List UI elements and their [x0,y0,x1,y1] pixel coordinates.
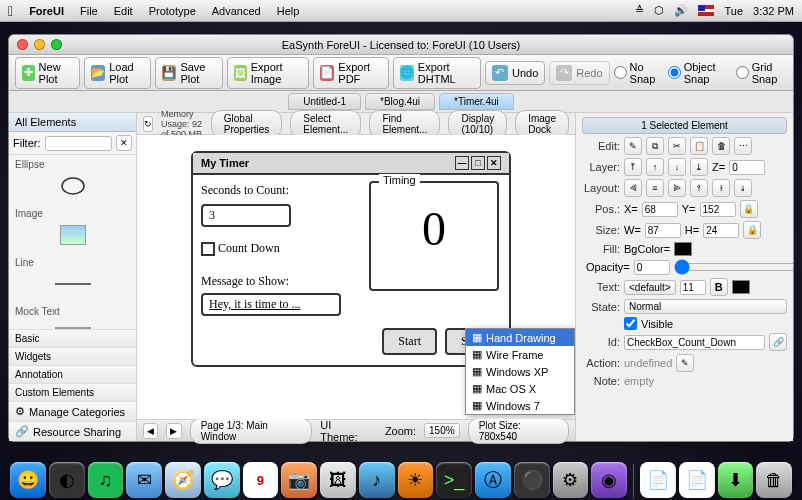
bold-icon[interactable]: B [710,278,728,296]
minimize-icon[interactable] [34,39,45,50]
zoom-select[interactable]: 150% [424,423,460,438]
note-value[interactable]: empty [624,375,654,387]
element-image[interactable]: Image [9,204,136,253]
message-field[interactable]: Hey, it is time to ... [201,293,341,316]
font-select[interactable]: <default> [624,280,676,295]
align-left-icon[interactable]: ⫷ [624,179,642,197]
align-middle-icon[interactable]: ⫲ [712,179,730,197]
countdown-checkbox[interactable] [201,242,215,256]
fontsize-input[interactable] [680,280,706,295]
menu-prototype[interactable]: Prototype [149,5,196,17]
bluetooth-icon[interactable]: ⬡ [654,4,664,17]
tab-timer[interactable]: *Timer.4ui [439,93,514,110]
close-icon[interactable] [17,39,28,50]
layer-back-icon[interactable]: ⤓ [690,158,708,176]
dock-itunes-icon[interactable]: ♪ [359,462,395,498]
theme-hand-drawing[interactable]: ▦Hand Drawing [466,329,574,346]
dock-terminal-icon[interactable]: >_ [436,462,472,498]
element-ellipse[interactable]: Ellipse [9,155,136,204]
resource-sharing-button[interactable]: 🔗Resource Sharing [9,421,136,441]
theme-macosx[interactable]: ▦Mac OS X [466,380,574,397]
load-plot-button[interactable]: 📂Load Plot [84,57,151,89]
dock-trash-icon[interactable]: 🗑 [756,462,792,498]
bgcolor-swatch[interactable] [674,242,692,256]
export-dhtml-button[interactable]: 🌐Export DHTML [393,57,481,89]
theme-windows-7[interactable]: ▦Windows 7 [466,397,574,414]
visible-checkbox[interactable] [624,317,637,330]
snap-none-radio[interactable]: No Snap [614,61,660,85]
menu-advanced[interactable]: Advanced [212,5,261,17]
cat-widgets[interactable]: Widgets [9,347,136,365]
dock-dashboard-icon[interactable]: ◐ [49,462,85,498]
dock-activity-icon[interactable]: ⚫ [514,462,550,498]
dock-spotify-icon[interactable]: ♫ [88,462,124,498]
z-input[interactable] [729,160,765,175]
edit-pencil-icon[interactable]: ✎ [624,137,642,155]
mock-window[interactable]: My Timer —□✕ Seconds to Count: 3 Count D… [191,151,511,367]
action-edit-icon[interactable]: ✎ [676,354,694,372]
align-top-icon[interactable]: ⫯ [690,179,708,197]
edit-copy-icon[interactable]: ⧉ [646,137,664,155]
display-button[interactable]: Display (10/10) [448,110,507,138]
dock-preview-icon[interactable]: 🖼 [320,462,356,498]
cat-annotation[interactable]: Annotation [9,365,136,383]
snap-grid-radio[interactable]: Grid Snap [736,61,787,85]
volume-icon[interactable]: 🔊 [674,4,688,17]
flag-us-icon[interactable] [698,5,714,16]
id-link-icon[interactable]: 🔗 [769,333,787,351]
snap-object-radio[interactable]: Object Snap [668,61,728,85]
sidebar-header[interactable]: All Elements [9,113,136,132]
cat-custom[interactable]: Custom Elements [9,383,136,401]
layer-front-icon[interactable]: ⤒ [624,158,642,176]
edit-cut-icon[interactable]: ✂ [668,137,686,155]
refresh-icon[interactable]: ↻ [143,116,153,132]
dock-appstore-icon[interactable]: Ⓐ [475,462,511,498]
global-properties-button[interactable]: Global Properties [211,110,283,138]
menu-help[interactable]: Help [277,5,300,17]
size-h-input[interactable] [703,223,739,238]
action-value[interactable]: undefined [624,357,672,369]
wifi-icon[interactable]: ≙ [635,4,644,17]
select-element-button[interactable]: Select Element... [290,110,361,138]
dock-photobooth-icon[interactable]: 📷 [281,462,317,498]
design-canvas[interactable]: My Timer —□✕ Seconds to Count: 3 Count D… [137,135,575,419]
size-w-input[interactable] [645,223,681,238]
image-dock-button[interactable]: Image Dock [515,110,569,138]
tab-blog[interactable]: *Blog.4ui [365,93,435,110]
dock-ichat-icon[interactable]: 💬 [204,462,240,498]
filter-input[interactable] [45,136,113,151]
opacity-slider[interactable] [674,259,793,275]
timing-group[interactable]: Timing 0 [369,181,499,291]
theme-dropdown[interactable]: ▦Hand Drawing ▦Wire Frame ▦Windows XP ▦M… [465,328,575,415]
pos-y-input[interactable] [700,202,736,217]
size-lock-icon[interactable]: 🔒 [743,221,761,239]
opacity-input[interactable] [634,260,670,275]
zoom-icon[interactable] [51,39,62,50]
id-input[interactable] [624,335,765,350]
align-bottom-icon[interactable]: ⫰ [734,179,752,197]
save-plot-button[interactable]: 💾Save Plot [155,57,223,89]
page-next-button[interactable]: ▶ [166,423,181,439]
redo-button[interactable]: ↷Redo [549,61,609,85]
filter-clear-button[interactable]: ✕ [116,135,132,151]
new-plot-button[interactable]: ✚New Plot [15,57,80,89]
layer-down-icon[interactable]: ↓ [668,158,686,176]
edit-more-icon[interactable]: ⋯ [734,137,752,155]
dock-ical-icon[interactable]: 9 [243,462,279,498]
find-element-button[interactable]: Find Element... [369,110,440,138]
seconds-field[interactable]: 3 [201,204,291,227]
dock-eclipse-icon[interactable]: ◉ [591,462,627,498]
dock-app1-icon[interactable]: ☀ [398,462,434,498]
dock-safari-icon[interactable]: 🧭 [165,462,201,498]
page-prev-button[interactable]: ◀ [143,423,158,439]
state-select[interactable]: Normal [624,299,787,314]
align-center-icon[interactable]: ≡ [646,179,664,197]
theme-wire-frame[interactable]: ▦Wire Frame [466,346,574,363]
dock-folder1-icon[interactable]: 📄 [640,462,676,498]
element-line[interactable]: Line [9,253,136,302]
menu-edit[interactable]: Edit [114,5,133,17]
menu-file[interactable]: File [80,5,98,17]
dock-folder2-icon[interactable]: 📄 [679,462,715,498]
align-right-icon[interactable]: ⫸ [668,179,686,197]
export-pdf-button[interactable]: 📄Export PDF [313,57,388,89]
